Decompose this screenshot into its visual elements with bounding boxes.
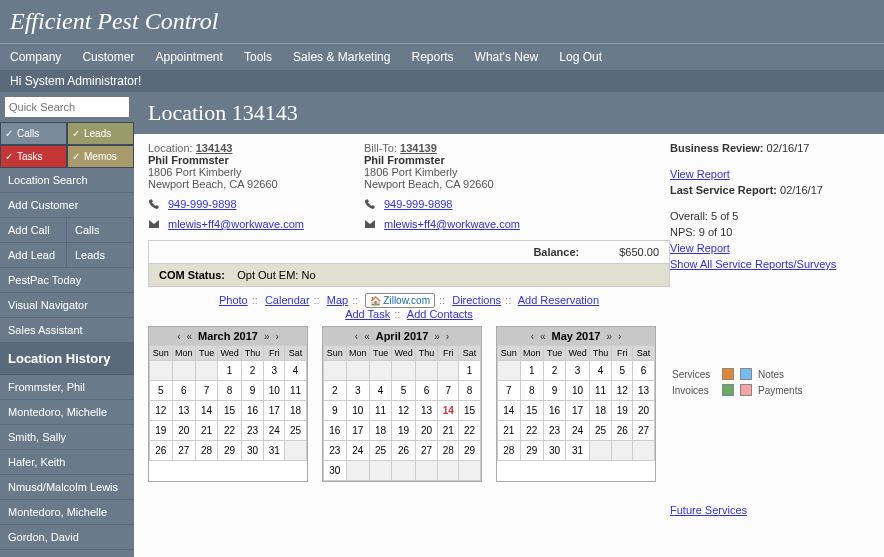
cal-prev[interactable]: « <box>186 331 192 342</box>
billto-id[interactable]: 134139 <box>400 142 437 154</box>
calendar-day[interactable]: 8 <box>520 381 543 401</box>
sidebar-add-customer[interactable]: Add Customer <box>0 193 134 218</box>
calendar-day[interactable]: 19 <box>150 421 173 441</box>
calendar-day[interactable]: 4 <box>285 361 307 381</box>
view-report-link-2[interactable]: View Report <box>670 242 730 254</box>
calendar-day[interactable]: 31 <box>264 441 285 461</box>
cal-prev[interactable]: « <box>540 331 546 342</box>
calendar-day[interactable]: 30 <box>324 461 347 481</box>
cal-next[interactable]: » <box>606 331 612 342</box>
calendar-day[interactable]: 15 <box>459 401 481 421</box>
sidebar-add-lead[interactable]: Add Lead <box>0 243 67 268</box>
calendar-day[interactable]: 23 <box>324 441 347 461</box>
calendar-day[interactable]: 16 <box>324 421 347 441</box>
calendar-day[interactable]: 22 <box>520 421 543 441</box>
history-item[interactable]: Nmusd/Malcolm Lewis <box>0 475 134 500</box>
sidebar-pestpac-today[interactable]: PestPac Today <box>0 268 134 293</box>
history-item[interactable]: Montedoro, Michelle <box>0 500 134 525</box>
history-item[interactable]: Montedoro, Michelle <box>0 400 134 425</box>
calendar-day[interactable]: 3 <box>264 361 285 381</box>
menu-company[interactable]: Company <box>10 50 61 64</box>
calendar-day[interactable]: 24 <box>566 421 590 441</box>
history-item[interactable]: Smith, Sally <box>0 425 134 450</box>
calendar-day[interactable]: 29 <box>459 441 481 461</box>
calendar-day[interactable]: 2 <box>324 381 347 401</box>
calendar-day[interactable]: 12 <box>150 401 173 421</box>
calendar-day[interactable]: 30 <box>241 441 264 461</box>
future-services-link[interactable]: Future Services <box>670 504 747 516</box>
calendar-day[interactable]: 13 <box>633 381 655 401</box>
calendar-day[interactable]: 8 <box>218 381 242 401</box>
history-item[interactable]: Lewiz, Sharon <box>0 550 134 557</box>
calendar-day[interactable]: 11 <box>589 381 612 401</box>
calendar-day[interactable]: 1 <box>218 361 242 381</box>
menu-sales[interactable]: Sales & Marketing <box>293 50 390 64</box>
calendar-day[interactable]: 21 <box>438 421 459 441</box>
photo-link[interactable]: Photo <box>219 294 248 306</box>
calendar-day[interactable]: 28 <box>498 441 521 461</box>
tab-calls[interactable]: ✓Calls <box>0 122 67 145</box>
calendar-day[interactable]: 1 <box>520 361 543 381</box>
menu-tools[interactable]: Tools <box>244 50 272 64</box>
cal-prev-fast[interactable]: ‹ <box>355 331 358 342</box>
cal-next-fast[interactable]: › <box>276 331 279 342</box>
cal-prev-fast[interactable]: ‹ <box>531 331 534 342</box>
calendar-day[interactable]: 27 <box>172 441 195 461</box>
cal-next-fast[interactable]: › <box>446 331 449 342</box>
calendar-day[interactable]: 11 <box>285 381 307 401</box>
cal-next[interactable]: » <box>434 331 440 342</box>
menu-logout[interactable]: Log Out <box>559 50 602 64</box>
menu-reports[interactable]: Reports <box>411 50 453 64</box>
calendar-day[interactable]: 10 <box>566 381 590 401</box>
calendar-day[interactable]: 14 <box>438 401 459 421</box>
calendar-day[interactable]: 4 <box>369 381 391 401</box>
calendar-day[interactable]: 27 <box>415 441 438 461</box>
calendar-day[interactable]: 13 <box>415 401 438 421</box>
cal-prev[interactable]: « <box>364 331 370 342</box>
calendar-day[interactable]: 21 <box>195 421 217 441</box>
calendar-day[interactable]: 6 <box>172 381 195 401</box>
zillow-link[interactable]: Zillow.com <box>365 293 435 308</box>
calendar-day[interactable]: 12 <box>392 401 416 421</box>
calendar-day[interactable]: 18 <box>285 401 307 421</box>
calendar-day[interactable]: 6 <box>415 381 438 401</box>
sidebar-leads[interactable]: Leads <box>67 243 134 268</box>
calendar-day[interactable]: 7 <box>438 381 459 401</box>
calendar-day[interactable]: 26 <box>392 441 416 461</box>
calendar-link[interactable]: Calendar <box>265 294 310 306</box>
calendar-day[interactable]: 10 <box>264 381 285 401</box>
calendar-day[interactable]: 17 <box>566 401 590 421</box>
calendar-day[interactable]: 15 <box>218 401 242 421</box>
billto-email[interactable]: mlewis+ff4@workwave.com <box>384 218 520 230</box>
calendar-day[interactable]: 29 <box>520 441 543 461</box>
calendar-day[interactable]: 14 <box>195 401 217 421</box>
calendar-day[interactable]: 3 <box>346 381 369 401</box>
calendar-day[interactable]: 24 <box>264 421 285 441</box>
calendar-day[interactable]: 16 <box>543 401 565 421</box>
calendar-day[interactable]: 23 <box>241 421 264 441</box>
calendar-day[interactable]: 27 <box>633 421 655 441</box>
calendar-day[interactable]: 5 <box>612 361 633 381</box>
calendar-day[interactable]: 2 <box>543 361 565 381</box>
menu-whatsnew[interactable]: What's New <box>475 50 539 64</box>
calendar-day[interactable]: 6 <box>633 361 655 381</box>
calendar-day[interactable]: 20 <box>415 421 438 441</box>
history-item[interactable]: Hafer, Keith <box>0 450 134 475</box>
map-link[interactable]: Map <box>327 294 348 306</box>
calendar-day[interactable]: 2 <box>241 361 264 381</box>
add-contacts-link[interactable]: Add Contacts <box>407 308 473 320</box>
calendar-day[interactable]: 9 <box>324 401 347 421</box>
calendar-day[interactable]: 31 <box>566 441 590 461</box>
calendar-day[interactable]: 19 <box>612 401 633 421</box>
calendar-day[interactable]: 16 <box>241 401 264 421</box>
add-reservation-link[interactable]: Add Reservation <box>518 294 599 306</box>
calendar-day[interactable]: 26 <box>150 441 173 461</box>
calendar-day[interactable]: 17 <box>346 421 369 441</box>
calendar-day[interactable]: 25 <box>285 421 307 441</box>
calendar-day[interactable]: 18 <box>369 421 391 441</box>
tab-leads[interactable]: ✓Leads <box>67 122 134 145</box>
history-item[interactable]: Gordon, David <box>0 525 134 550</box>
calendar-day[interactable]: 24 <box>346 441 369 461</box>
calendar-day[interactable]: 9 <box>241 381 264 401</box>
calendar-day[interactable]: 25 <box>369 441 391 461</box>
